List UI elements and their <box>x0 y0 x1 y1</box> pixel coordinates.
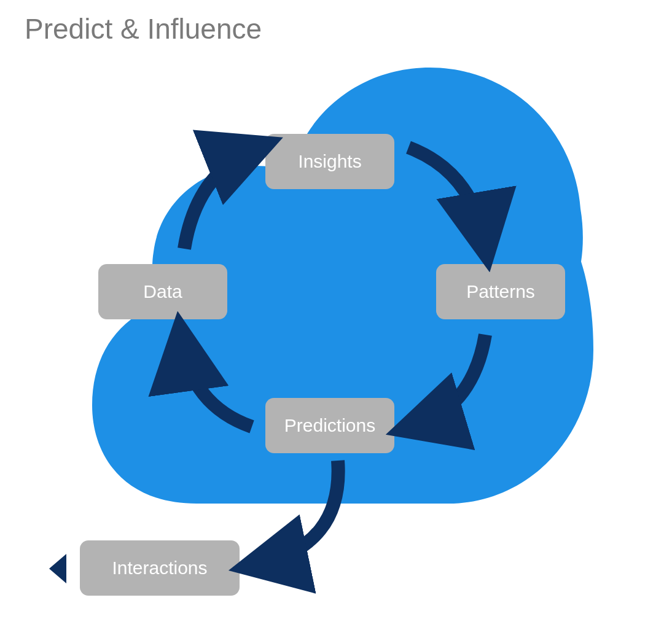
node-interactions: Interactions <box>80 540 240 596</box>
node-patterns-label: Patterns <box>466 281 535 302</box>
arrow-left-icon <box>49 554 66 583</box>
node-predictions: Predictions <box>265 398 394 453</box>
node-patterns: Patterns <box>436 264 565 319</box>
node-data: Data <box>98 264 227 319</box>
node-data-label: Data <box>143 281 182 302</box>
node-interactions-label: Interactions <box>112 558 207 578</box>
node-insights-label: Insights <box>298 151 361 172</box>
node-predictions-label: Predictions <box>284 415 375 436</box>
diagram-title: Predict & Influence <box>25 12 262 45</box>
node-insights: Insights <box>265 134 394 189</box>
